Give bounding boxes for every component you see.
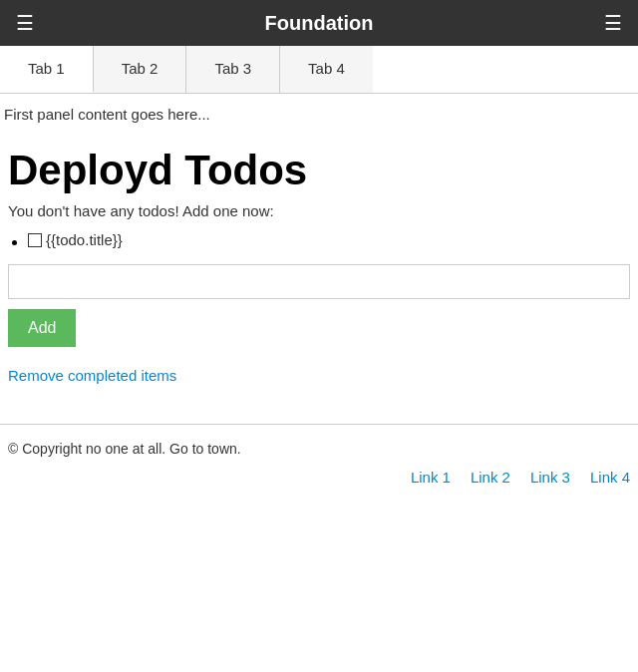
footer-link-3[interactable]: Link 3 (530, 469, 570, 486)
remove-completed-link[interactable]: Remove completed items (8, 367, 630, 384)
app-title: Foundation (34, 12, 604, 35)
footer-link-4[interactable]: Link 4 (590, 469, 630, 486)
subtitle: You don't have any todos! Add one now: (8, 202, 630, 219)
page-title: Deployd Todos (8, 147, 630, 194)
panel-text: First panel content goes here... (4, 106, 210, 123)
footer: © Copyright no one at all. Go to town. L… (0, 424, 638, 502)
todo-checkbox[interactable] (28, 233, 42, 247)
menu-left-icon[interactable]: ☰ (16, 13, 34, 33)
todo-input[interactable] (8, 264, 630, 299)
add-button[interactable]: Add (8, 309, 76, 347)
footer-link-1[interactable]: Link 1 (411, 469, 451, 486)
header: ☰ Foundation ☰ (0, 0, 638, 46)
list-item: {{todo.title}} (28, 231, 630, 248)
tab-4[interactable]: Tab 4 (280, 46, 373, 93)
todo-list: {{todo.title}} (8, 231, 630, 248)
tab-2[interactable]: Tab 2 (94, 46, 187, 93)
menu-right-icon[interactable]: ☰ (604, 13, 622, 33)
tab-3[interactable]: Tab 3 (186, 46, 280, 93)
footer-links: Link 1 Link 2 Link 3 Link 4 (8, 469, 630, 486)
todo-template-text: {{todo.title}} (46, 231, 123, 248)
main-content: Deployd Todos You don't have any todos! … (0, 131, 638, 384)
footer-link-2[interactable]: Link 2 (471, 469, 510, 486)
tab-nav: Tab 1 Tab 2 Tab 3 Tab 4 (0, 46, 638, 94)
footer-copyright: © Copyright no one at all. Go to town. (8, 441, 630, 457)
panel-first-content: First panel content goes here... (0, 94, 638, 131)
tab-1[interactable]: Tab 1 (0, 46, 94, 93)
